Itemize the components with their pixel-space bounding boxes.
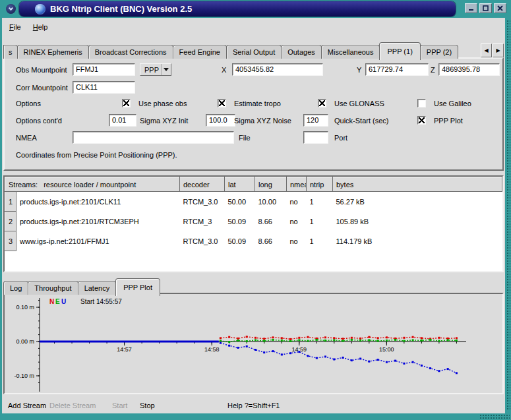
tab-outages[interactable]: Outages [281, 45, 322, 59]
right-resize-edge[interactable] [506, 20, 510, 411]
header-mountpoint[interactable]: Streams: resource loader / mountpoint [5, 177, 180, 192]
sigma-xyz-noise-field[interactable]: 100.0 [206, 114, 235, 127]
ppp-hint-text: Coordinates from Precise Point Positioni… [16, 151, 177, 159]
tab-ppp-2[interactable]: PPP (2) [420, 45, 458, 59]
stop-button[interactable]: Stop [140, 402, 155, 409]
tab-ppp-1[interactable]: PPP (1) [379, 42, 420, 60]
quick-start-label: Quick-Start (sec) [334, 117, 389, 125]
svg-text:0.10 m: 0.10 m [16, 304, 34, 311]
svg-text:-0.10 m: -0.10 m [14, 373, 34, 379]
table-row[interactable]: 1 products.igs-ip.net:2101/CLK11 RTCM_3.… [5, 192, 502, 212]
header-long[interactable]: long [255, 177, 287, 192]
cell-long[interactable]: 8.66 [255, 212, 287, 231]
cell-lat[interactable]: 50.09 [225, 212, 255, 231]
svg-text:14:57: 14:57 [117, 346, 132, 353]
use-galileo-label: Use Galileo [434, 100, 471, 107]
cell-ntrip[interactable]: 1 [307, 231, 333, 251]
cell-decoder[interactable]: RTCM_3.0 [180, 231, 225, 251]
start-button[interactable]: Start [112, 402, 127, 409]
menu-file[interactable]: File [3, 19, 27, 35]
tab-broadcast-corrections[interactable]: Broadcast Corrections [88, 45, 173, 59]
cell-ntrip[interactable]: 1 [307, 212, 333, 231]
cell-bytes[interactable]: 56.27 kB [333, 192, 502, 212]
cell-long[interactable]: 8.66 [255, 231, 287, 251]
tab-scroll-right-icon[interactable]: ▶ [493, 44, 504, 57]
svg-text:14:58: 14:58 [204, 346, 220, 353]
cell-nmea[interactable]: no [287, 212, 307, 231]
x-field[interactable]: 4053455.82 [232, 63, 323, 76]
estimate-tropo-checkbox[interactable] [218, 99, 226, 107]
minimize-button[interactable] [465, 3, 477, 13]
cell-mountpoint[interactable]: www.igs-ip.net:2101/FFMJ1 [16, 231, 180, 251]
ppp-plot-checkbox[interactable] [417, 116, 426, 125]
use-phase-obs-checkbox[interactable] [122, 99, 131, 107]
tab-miscellaneous[interactable]: Miscellaneous [321, 45, 380, 59]
sigma-xyz-noise-label: Sigma XYZ Noise [234, 117, 291, 125]
titlebar[interactable]: BKG Ntrip Client (BNC) Version 2.5 [19, 1, 456, 16]
cell-nmea[interactable]: no [287, 192, 307, 212]
tab-scroll-left-icon[interactable]: ◀ [481, 44, 492, 57]
tab-partial[interactable]: s [3, 45, 18, 59]
nmea-label: NMEA [16, 134, 37, 142]
bnc-application-window: { "window": { "title": "BKG Ntrip Client… [0, 0, 511, 420]
tab-throughput[interactable]: Throughput [28, 281, 78, 295]
cell-ntrip[interactable]: 1 [307, 192, 333, 212]
add-stream-button[interactable]: Add Stream [8, 402, 46, 409]
tab-ppp-plot[interactable]: PPP Plot [115, 278, 160, 296]
cell-lat[interactable]: 50.00 [225, 192, 255, 212]
cell-decoder[interactable]: RTCM_3.0 [180, 192, 225, 212]
window-title: BKG Ntrip Client (BNC) Version 2.5 [50, 4, 192, 14]
ppp-plot-label: PPP Plot [434, 117, 463, 125]
cell-long[interactable]: 10.00 [255, 192, 287, 212]
streams-table: Streams: resource loader / mountpoint de… [5, 177, 502, 251]
window-menu-button[interactable] [3, 3, 18, 15]
use-glonass-label: Use GLONASS [334, 100, 384, 107]
use-phase-obs-label: Use phase obs [138, 100, 187, 107]
tab-serial-output[interactable]: Serial Output [226, 45, 282, 59]
resize-grip[interactable] [479, 414, 510, 419]
header-lat[interactable]: lat [225, 177, 255, 192]
nmea-port-field[interactable] [303, 131, 328, 144]
corr-mountpoint-field[interactable]: CLK11 [73, 81, 135, 94]
statusbar: Add Stream Delete Stream Start Stop Help… [2, 398, 505, 413]
delete-stream-button[interactable]: Delete Stream [49, 402, 96, 409]
header-decoder[interactable]: decoder [180, 177, 225, 192]
sigma-xyz-init-field[interactable]: 0.01 [109, 114, 136, 127]
maximize-button[interactable] [479, 3, 492, 13]
header-nmea[interactable]: nmea [287, 177, 307, 192]
tab-rinex-ephemeris[interactable]: RINEX Ephemeris [17, 45, 89, 59]
table-row[interactable]: 2 products.igs-ip.net:2101/RTCM3EPH RTCM… [5, 212, 502, 231]
ppp1-pane: Obs Mountpoint FFMJ1 PPP X 4053455.82 Y … [3, 57, 504, 171]
use-galileo-checkbox[interactable] [417, 99, 426, 107]
svg-text:U: U [61, 298, 66, 305]
menubar: File Help [3, 19, 53, 35]
obs-mountpoint-field[interactable]: FFMJ1 [73, 63, 135, 76]
header-ntrip[interactable]: ntrip [307, 177, 333, 192]
ppp-mode-combo[interactable]: PPP [140, 63, 171, 76]
window-content: File Help s RINEX Ephemeris Broadcast Co… [2, 18, 505, 413]
cell-nmea[interactable]: no [287, 231, 307, 251]
tab-latency[interactable]: Latency [78, 281, 117, 295]
nmea-file-field[interactable] [73, 131, 234, 144]
table-row[interactable]: 3 www.igs-ip.net:2101/FFMJ1 RTCM_3.0 50.… [5, 231, 502, 251]
help-shortcut-text: Help ?=Shift+F1 [227, 402, 280, 409]
x-label: X [222, 66, 226, 74]
tab-feed-engine[interactable]: Feed Engine [173, 45, 227, 59]
bottom-tabbar: Log Throughput Latency PPP Plot [3, 278, 504, 295]
z-field[interactable]: 4869395.78 [438, 63, 500, 76]
header-bytes[interactable]: bytes [333, 177, 502, 192]
menu-help[interactable]: Help [27, 19, 54, 35]
y-field[interactable]: 617729.74 [365, 63, 429, 76]
quick-start-field[interactable]: 120 [303, 114, 328, 127]
svg-text:Start 14:55:57: Start 14:55:57 [80, 298, 122, 305]
cell-bytes[interactable]: 105.89 kB [333, 212, 502, 231]
cell-mountpoint[interactable]: products.igs-ip.net:2101/RTCM3EPH [16, 212, 180, 231]
tab-log[interactable]: Log [3, 281, 28, 295]
cell-lat[interactable]: 50.09 [225, 231, 255, 251]
use-glonass-checkbox[interactable] [318, 99, 326, 107]
cell-bytes[interactable]: 114.179 kB [333, 231, 502, 251]
cell-mountpoint[interactable]: products.igs-ip.net:2101/CLK11 [16, 192, 180, 212]
tab-scroll-buttons: ◀ ▶ [481, 44, 504, 57]
close-button[interactable] [494, 3, 506, 13]
cell-decoder[interactable]: RTCM_3 [180, 212, 225, 231]
